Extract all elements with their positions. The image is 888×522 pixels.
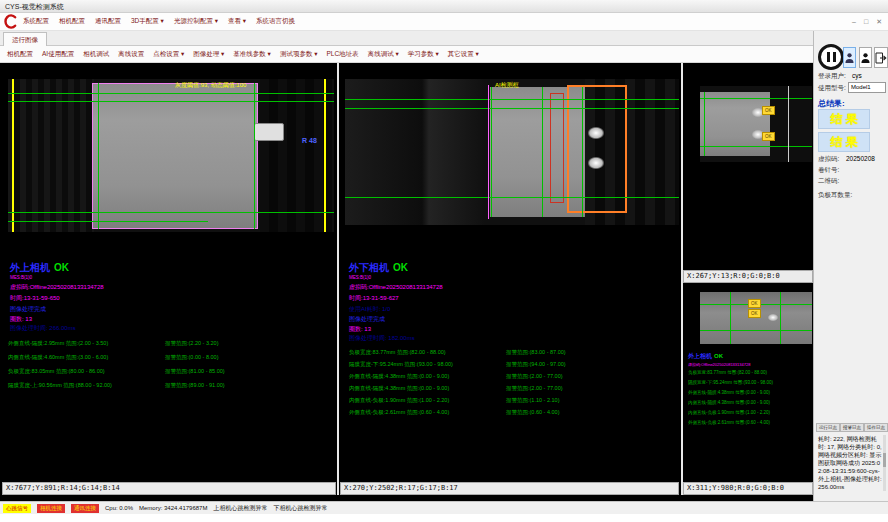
menu-system-config[interactable]: 系统配置 [23, 17, 49, 26]
view-splitter[interactable] [337, 63, 339, 495]
r-overlay-label: R 48 [302, 137, 317, 144]
menu-camera-config[interactable]: 相机配置 [59, 17, 85, 26]
alarm-range: 报警范围:(83.00 - 87.00) [506, 349, 566, 356]
tab-highlight [588, 127, 604, 139]
status-bar: 心跳信号 相机连接 通讯连接 Cpu: 0.0% Memory: 3424.41… [0, 501, 888, 514]
minimize-button[interactable]: – [852, 18, 856, 26]
alarm-range: 报警范围:(2.20 - 3.20) [165, 340, 219, 347]
small-view1-cursor-status: X:267;Y:13;R:0;G:0;B:0 [683, 270, 813, 283]
toolbar: 相机配置 AI使用配置 相机调试 离线设置 点检设置 ▾ 图像处理 ▾ 基准线参… [0, 46, 813, 63]
measurement-row: 内侧直线-负极:1.90mm 范围:(1.00 - 2.20) 报警范围:(1.… [349, 397, 679, 407]
logout-button[interactable] [874, 47, 888, 68]
left-camera-result-title: 外上相机OK [10, 261, 69, 275]
small-view2-cursor-status: X:311;Y:980;R:0;G:0;B:0 [683, 482, 813, 495]
tool-camera-config[interactable]: 相机配置 [7, 50, 33, 59]
small-camera-image-1[interactable]: OK OK [700, 86, 812, 162]
menu-bar: 系统配置 相机配置 通讯配置 3D手配置 ▾ 光源控制配置 ▾ 查看 ▾ 系统语… [0, 13, 888, 31]
pause-icon [827, 52, 830, 62]
tool-baseline-params[interactable]: 基准线参数 ▾ [233, 50, 271, 59]
menu-3d-hand-config[interactable]: 3D手配置 ▾ [131, 17, 164, 26]
window-controls: – □ ✕ [852, 18, 882, 26]
left-mes-flag: MES:B(1)0 [10, 275, 32, 280]
measure-line [8, 93, 334, 94]
mid-process-time: 图像处理时间: 182.00ms [349, 334, 415, 343]
log-tab-run[interactable]: 运行日志 [816, 423, 840, 432]
menu-light-control-config[interactable]: 光源控制配置 ▾ [174, 17, 218, 26]
tool-plc-address-table[interactable]: PLC地址表 [326, 50, 358, 59]
ai-result-tag: OK [762, 106, 775, 115]
mini-virtual-code: 虚拟码:Offline20250208133134728 [688, 362, 750, 367]
neg-tab-count-label: 负极耳数量: [818, 191, 852, 200]
user-manage-button[interactable] [859, 47, 872, 68]
ai-result-tag: OK [748, 299, 761, 308]
mid-camera-image[interactable]: AI检测框 [345, 79, 679, 225]
mid-turn-count: 圈数: 13 [349, 325, 371, 334]
measurement-row: 负极宽度:83.05mm 范围:(80.00 - 86.00) 报警范围:(81… [8, 368, 338, 378]
needle-no-label: 卷针号: [818, 166, 839, 175]
left-process-time: 图像处理时间: 266.00ms [10, 324, 76, 333]
user-dark-icon [861, 52, 870, 64]
virtual-code-value: 20250208 [846, 155, 875, 162]
close-button[interactable]: ✕ [876, 18, 882, 26]
measure-line [345, 108, 679, 109]
tool-spot-check[interactable]: 点检设置 ▾ [153, 50, 184, 59]
heartbeat-badge: 心跳信号 [3, 504, 31, 513]
measure-line [345, 99, 679, 100]
tab-strip: 运行图像 [0, 31, 813, 46]
mini-measure-row: 外侧直线-隔膜:4.38mm 范围:(0.00 - 9.00) [688, 390, 810, 395]
app-window: CYS-视觉检测系统 系统配置 相机配置 通讯配置 3D手配置 ▾ 光源控制配置… [0, 0, 888, 522]
measure-value: 隔膜宽度-上:90.56mm 范围:(88.00 - 92.00) [8, 382, 112, 389]
model-select[interactable]: Model1 [848, 82, 886, 93]
pause-button[interactable] [818, 44, 844, 70]
log-tab-operation[interactable]: 操作日志 [864, 423, 888, 432]
ai-box-label: AI检测框 [495, 81, 519, 90]
tool-test-item-params[interactable]: 测试项参数 ▾ [280, 50, 318, 59]
tab-run-image[interactable]: 运行图像 [3, 32, 47, 46]
measure-value: 内侧直线-负极:1.90mm 范围:(1.00 - 2.20) [349, 397, 449, 404]
menu-view[interactable]: 查看 ▾ [228, 17, 246, 26]
left-view-cursor-status: X:7677;Y:891;R:14;G:14;B:14 [2, 482, 336, 495]
qr-code-label: 二维码: [818, 177, 839, 186]
mini-measure-row: 隔膜宽度-下:95.24mm 范围:(93.00 - 98.00) [688, 380, 810, 385]
small-view2-result-title: 外上相机OK [688, 352, 723, 361]
tool-offline-debug[interactable]: 离线调试 ▾ [368, 50, 399, 59]
tool-offline-settings[interactable]: 离线设置 [118, 50, 144, 59]
menu-comm-config[interactable]: 通讯配置 [95, 17, 121, 26]
tool-other-settings[interactable]: 其它设置 ▾ [448, 50, 479, 59]
measurement-row: 隔膜宽度-下:95.24mm 范围:(93.00 - 98.00) 报警范围:(… [349, 361, 679, 371]
left-camera-image[interactable]: 灰度阈值:93, 动态阈值:100 R 48 [8, 79, 334, 232]
ai-result-tag: OK [748, 309, 761, 318]
measurement-row: 外侧直线-隔膜:4.38mm 范围:(0.00 - 9.00) 报警范围:(2.… [349, 373, 679, 383]
mid-camera-result-title: 外下相机OK [349, 261, 408, 275]
mini-camera-ok: OK [714, 353, 723, 359]
tool-image-processing[interactable]: 图像处理 ▾ [193, 50, 224, 59]
log-text: 耗时: 222, 网络检测耗时: 17, 网络分类耗时: 0, 网络视频分区耗时… [818, 435, 884, 491]
mini-measure-row: 负极宽度:83.77mm 范围:(82.00 - 88.00) [688, 370, 810, 375]
mini-measure-row: 内侧直线-隔膜:4.38mm 范围:(0.00 - 9.00) [688, 400, 810, 405]
alarm-range: 报警范围:(94.00 - 97.00) [506, 361, 566, 368]
log-tab-alarm[interactable]: 报警日志 [840, 423, 864, 432]
virtual-code-label: 虚拟码: [818, 155, 839, 164]
measure-line [491, 87, 492, 217]
maximize-button[interactable]: □ [864, 18, 868, 26]
tool-ai-usage-config[interactable]: AI使用配置 [42, 50, 74, 59]
left-time: 时间:13-31-59-650 [10, 294, 60, 303]
alarm-range: 报警范围:(2.00 - 77.00) [506, 385, 563, 392]
alarm-range: 报警范围:(89.00 - 91.00) [165, 382, 225, 389]
measurement-row: 内侧直线-隔膜:4.38mm 范围:(0.00 - 9.00) 报警范围:(2.… [349, 385, 679, 395]
cpu-usage: Cpu: 0.0% [105, 505, 133, 511]
mid-mes-flag: MES:B(1)0 [349, 275, 371, 280]
tool-learning-params[interactable]: 学习参数 ▾ [408, 50, 439, 59]
logout-icon [875, 52, 887, 64]
log-scrollbar[interactable] [883, 435, 886, 491]
measurement-row: 内侧直线-隔膜:4.60mm 范围:(3.00 - 6.00) 报警范围:(0.… [8, 354, 338, 364]
tool-camera-debug[interactable]: 相机调试 [83, 50, 109, 59]
menu-language-switch[interactable]: 系统语言切换 [256, 17, 295, 26]
memory-usage: Memory: 3424.4179687M [139, 505, 207, 511]
user-login-button[interactable] [843, 47, 856, 68]
small-camera-image-2[interactable]: OK OK [700, 292, 812, 344]
mini-measure-row: 外侧直线-负极:2.61mm 范围:(0.60 - 4.00) [688, 420, 810, 425]
tab-highlight [588, 157, 604, 169]
login-user-label: 登录用户: [818, 72, 846, 81]
measurement-row: 外侧直线-负极:2.61mm 范围:(0.60 - 4.00) 报警范围:(0.… [349, 409, 679, 419]
